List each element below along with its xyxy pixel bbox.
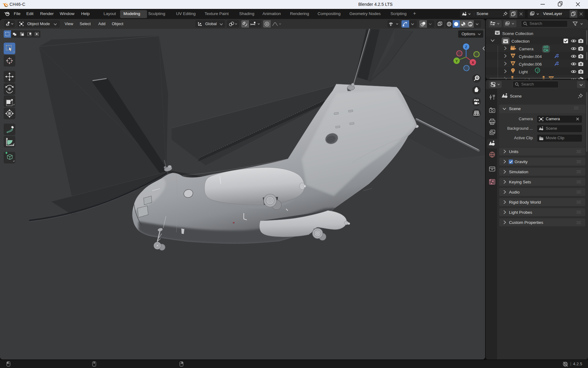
svg-text:Cylinder.004: Cylinder.004 bbox=[519, 54, 542, 59]
svg-text:Camera: Camera bbox=[519, 47, 534, 51]
svg-text:Cylinder.006: Cylinder.006 bbox=[519, 62, 542, 67]
svg-text:Collection: Collection bbox=[511, 39, 530, 44]
svg-text:Simulation: Simulation bbox=[509, 170, 528, 174]
svg-text:Custom Properties: Custom Properties bbox=[509, 220, 543, 225]
svg-text:Scene Collection: Scene Collection bbox=[502, 31, 533, 36]
svg-text:Light Probes: Light Probes bbox=[509, 210, 532, 215]
svg-text:Gravity: Gravity bbox=[514, 159, 528, 164]
svg-text:Z: Z bbox=[465, 45, 467, 49]
svg-text:Y: Y bbox=[455, 59, 458, 63]
svg-text:Keying Sets: Keying Sets bbox=[509, 180, 531, 184]
svg-text:Units: Units bbox=[509, 149, 518, 154]
svg-text:Audio: Audio bbox=[509, 190, 520, 194]
svg-text:X: X bbox=[472, 61, 474, 64]
svg-text:Light: Light bbox=[519, 70, 528, 74]
svg-text:Rigid Body World: Rigid Body World bbox=[509, 200, 541, 205]
